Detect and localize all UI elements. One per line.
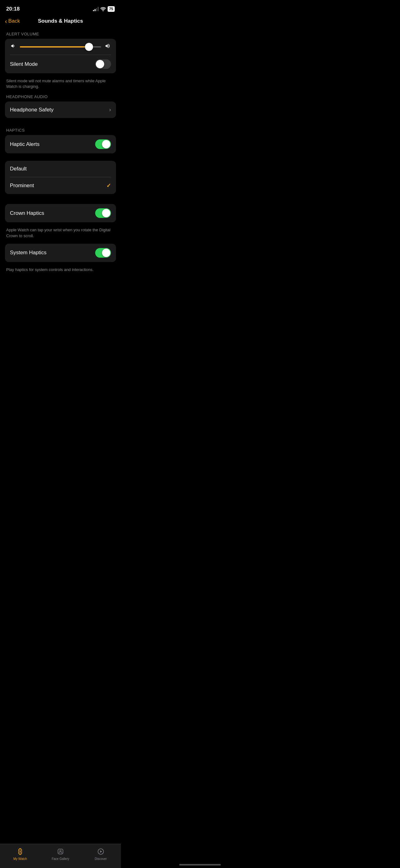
back-button[interactable]: ‹ Back	[5, 18, 20, 24]
bottom-spacer	[5, 278, 116, 302]
silent-mode-toggle-track	[95, 59, 111, 69]
crown-haptics-helper: Apple Watch can tap your wrist when you …	[5, 225, 116, 243]
volume-slider-thumb	[85, 43, 93, 51]
volume-high-icon	[104, 43, 111, 50]
silent-mode-helper: Silent mode will not mute alarms and tim…	[5, 76, 116, 94]
system-haptics-card: System Haptics	[5, 244, 116, 262]
crown-haptics-toggle[interactable]	[95, 208, 111, 218]
main-content: ALERT VOLUME Silent Mode	[0, 29, 121, 305]
volume-low-icon	[10, 43, 17, 50]
crown-haptics-label: Crown Haptics	[10, 210, 44, 216]
system-haptics-toggle[interactable]	[95, 248, 111, 258]
status-bar: 20:18 75	[0, 0, 121, 16]
haptic-options-card: Default Prominent ✓	[5, 161, 116, 194]
haptic-alerts-toggle-track	[95, 140, 111, 149]
status-time: 20:18	[6, 6, 20, 12]
signal-icon	[93, 7, 99, 11]
haptics-label: HAPTICS	[5, 128, 116, 132]
haptic-alerts-row[interactable]: Haptic Alerts	[5, 135, 116, 153]
alert-volume-label: ALERT VOLUME	[5, 32, 116, 36]
crown-haptics-row[interactable]: Crown Haptics	[5, 204, 116, 222]
system-haptics-label: System Haptics	[10, 250, 46, 256]
spacer-1	[5, 120, 116, 128]
haptic-prominent-label: Prominent	[10, 183, 34, 189]
haptic-alerts-card: Haptic Alerts	[5, 135, 116, 153]
wifi-icon	[100, 7, 106, 11]
battery-indicator: 75	[108, 6, 115, 12]
headphone-audio-label: HEADPHONE AUDIO	[5, 94, 116, 99]
volume-slider-row[interactable]	[5, 39, 116, 55]
crown-haptics-toggle-track	[95, 208, 111, 218]
back-chevron-icon: ‹	[5, 18, 7, 24]
haptic-alerts-label: Haptic Alerts	[10, 141, 39, 148]
haptic-option-prominent[interactable]: Prominent ✓	[5, 177, 116, 194]
haptic-option-default[interactable]: Default	[5, 161, 116, 177]
back-label: Back	[8, 18, 20, 24]
spacer-3	[5, 196, 116, 204]
silent-mode-toggle[interactable]	[95, 59, 111, 69]
nav-bar: ‹ Back Sounds & Haptics	[0, 16, 121, 29]
alert-volume-card: Silent Mode	[5, 39, 116, 73]
volume-slider-fill	[20, 46, 89, 48]
crown-haptics-card: Crown Haptics	[5, 204, 116, 222]
system-haptics-row[interactable]: System Haptics	[5, 244, 116, 262]
system-haptics-toggle-thumb	[102, 249, 110, 257]
headphone-safety-label: Headphone Safety	[10, 107, 54, 113]
silent-mode-row[interactable]: Silent Mode	[5, 55, 116, 73]
haptic-default-label: Default	[10, 166, 27, 172]
chevron-right-icon: ›	[109, 106, 111, 113]
spacer-2	[5, 156, 116, 161]
system-haptics-toggle-track	[95, 248, 111, 258]
volume-slider-track[interactable]	[20, 46, 101, 48]
silent-mode-toggle-thumb	[96, 60, 104, 68]
system-haptics-helper: Play haptics for system controls and int…	[5, 265, 116, 278]
headphone-safety-card: Headphone Safety ›	[5, 101, 116, 118]
haptic-alerts-toggle-thumb	[102, 140, 110, 148]
checkmark-icon: ✓	[106, 182, 111, 189]
haptic-alerts-toggle[interactable]	[95, 140, 111, 149]
status-icons: 75	[93, 6, 115, 12]
headphone-safety-row[interactable]: Headphone Safety ›	[5, 101, 116, 118]
page-title: Sounds & Haptics	[38, 18, 83, 24]
crown-haptics-toggle-thumb	[102, 209, 110, 217]
silent-mode-label: Silent Mode	[10, 61, 38, 67]
